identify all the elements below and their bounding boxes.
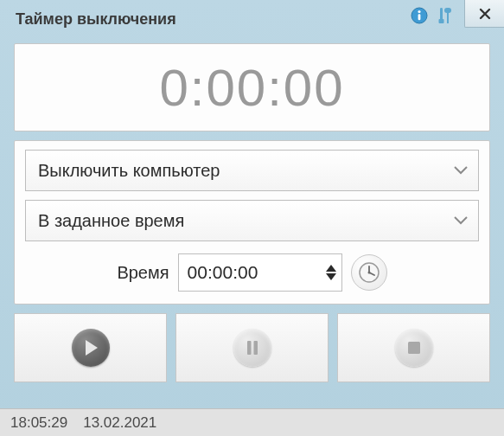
mode-dropdown[interactable]: В заданное время [25,200,479,241]
stop-icon [395,329,433,367]
timer-value: 0:00:00 [159,58,344,118]
svg-rect-9 [247,341,252,355]
window-title: Таймер выключения [16,10,176,29]
tools-icon [437,6,454,25]
time-input[interactable]: 00:00:00 [178,253,342,292]
app-window: Таймер выключения [0,0,504,436]
action-dropdown[interactable]: Выключить компьютер [25,150,479,191]
settings-button[interactable] [433,3,457,28]
mode-dropdown-label: В заданное время [38,211,454,231]
content-area: 0:00:00 Выключить компьютер В заданное в… [0,38,504,408]
media-buttons-panel [14,313,490,382]
pause-button[interactable] [175,313,329,382]
pause-icon [233,329,271,367]
spinner-up-button[interactable] [326,265,336,272]
close-icon [479,8,491,20]
svg-rect-2 [418,14,421,20]
svg-rect-4 [439,19,444,23]
spinner-down-button[interactable] [326,273,336,280]
time-label: Время [117,263,169,283]
svg-rect-11 [408,342,420,354]
clock-icon [357,260,381,285]
triangle-down-icon [326,273,336,280]
time-spinner [326,265,336,280]
time-value: 00:00:00 [188,262,326,283]
svg-rect-10 [253,341,258,355]
chevron-down-icon [454,213,468,228]
status-time: 18:05:29 [10,414,67,432]
svg-rect-3 [440,8,443,20]
svg-point-8 [367,272,370,274]
timer-display-panel: 0:00:00 [14,43,490,131]
titlebar-controls [407,0,504,38]
time-row: Время 00:00:00 [25,253,479,292]
play-icon [72,329,110,367]
status-date: 13.02.2021 [83,414,156,432]
titlebar: Таймер выключения [0,0,504,38]
close-button[interactable] [464,0,504,28]
info-button[interactable] [407,3,431,28]
controls-panel: Выключить компьютер В заданное время Вре… [14,140,490,305]
svg-point-1 [418,10,420,13]
statusbar: 18:05:29 13.02.2021 [0,408,504,436]
start-button[interactable] [14,313,167,382]
info-icon [411,7,428,24]
chevron-down-icon [454,163,468,178]
now-button[interactable] [351,254,387,291]
triangle-up-icon [326,265,336,272]
stop-button[interactable] [337,313,490,382]
action-dropdown-label: Выключить компьютер [38,161,454,181]
